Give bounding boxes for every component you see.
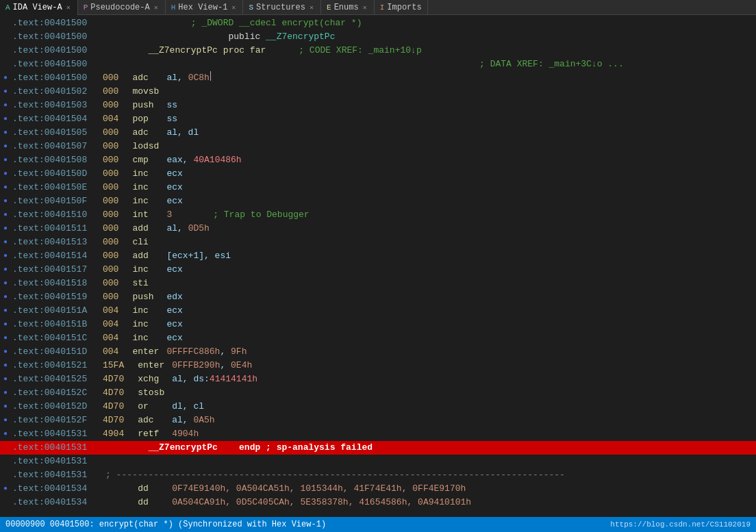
seg: 000 [100, 290, 118, 304]
code-line-8: ● .text:00401504 004 pop ss [0, 112, 756, 126]
addr: .text:00401521 [11, 359, 100, 372]
seg: 000 [100, 126, 118, 140]
bp-dot: ● [0, 71, 11, 85]
operands: ecx [166, 194, 182, 208]
code-line-33: .text:00401531 [0, 455, 756, 468]
seg: 15FA [100, 359, 124, 372]
mnemonic: cli [118, 236, 166, 249]
bp-dot: ● [0, 263, 11, 277]
code-line-13: ● .text:0040150E 000 inc ecx [0, 181, 756, 194]
tab-structures[interactable]: S Structures ✕ [243, 0, 321, 15]
bp-dot: ● [0, 222, 11, 236]
tab-enums[interactable]: E Enums ✕ [321, 0, 375, 15]
addr: .text:00401517 [11, 263, 100, 277]
addr: .text:00401514 [11, 249, 100, 263]
addr: .text:00401503 [11, 99, 100, 112]
tab-hex-view[interactable]: H Hex View-1 ✕ [166, 0, 244, 15]
operands: ecx [166, 304, 182, 318]
code-line-6: ● .text:00401502 000 movsb [0, 85, 756, 99]
bp-dot: ● [0, 99, 11, 112]
bp-dot: ● [0, 140, 11, 153]
main-area: .text:00401500 ; _DWORD __cdecl encrypt(… [0, 15, 756, 532]
tab-close-hex[interactable]: ✕ [230, 3, 237, 12]
operands: 0F74E9140h, 0A504CA51h, 1015344h, 41F74E… [172, 482, 466, 496]
bp-dot: ● [0, 359, 11, 372]
seg: 000 [100, 277, 118, 290]
addr: .text:00401500 [11, 16, 100, 30]
mnemonic: cmp [118, 153, 166, 167]
operands: ecx [166, 331, 182, 345]
addr: .text:00401531 [11, 455, 100, 468]
bp-dot: ● [0, 400, 11, 414]
code-line-highlighted: .text:00401531 __Z7encryptPc endp ; sp-a… [0, 441, 756, 455]
code-line-5: ● .text:00401500 000 adc al, 0C8h [0, 71, 756, 85]
tab-imports[interactable]: I Imports [375, 0, 428, 15]
app-container: A IDA View-A ✕ P Pseudocode-A ✕ H Hex Vi… [0, 0, 756, 532]
addr: .text:0040151B [11, 318, 100, 331]
bp-dot: ● [0, 331, 11, 345]
mnemonic: inc [118, 181, 166, 194]
bp-dot: ● [0, 236, 11, 249]
code-line-14: ● .text:0040150F 000 inc ecx [0, 194, 756, 208]
operands: al, 0A5h [172, 414, 214, 427]
addr: .text:0040152F [11, 414, 100, 427]
tab-label-pseudo: Pseudocode-A [90, 3, 149, 12]
code-view[interactable]: .text:00401500 ; _DWORD __cdecl encrypt(… [0, 15, 756, 517]
bp-dot: ● [0, 304, 11, 318]
operands: 0A504CA91h, 0D5C405CAh, 5E358378h, 41654… [172, 496, 471, 509]
tab-ida-view[interactable]: A IDA View-A ✕ [0, 0, 78, 15]
code-line-23: ● .text:0040151B 004 inc ecx [0, 318, 756, 331]
seg: 000 [100, 181, 118, 194]
addr: .text:00401507 [11, 140, 100, 153]
addr: .text:00401500 [11, 44, 100, 58]
addr: .text:00401508 [11, 153, 100, 167]
code-line-dd1: ● .text:00401534 dd 0F74E9140h, 0A504CA5… [0, 482, 756, 496]
code-line-21: ● .text:00401519 000 push edx [0, 290, 756, 304]
addr: .text:00401500 [11, 58, 100, 71]
tab-label-struct: Structures [256, 3, 305, 12]
separator: ; --------------------------------------… [100, 468, 565, 482]
code-line-20: ● .text:00401518 000 sti [0, 277, 756, 290]
seg: 004 [100, 112, 118, 126]
addr: .text:00401513 [11, 236, 100, 249]
code-line-12: ● .text:0040150D 000 inc ecx [0, 167, 756, 181]
code-line-31: ● .text:00401531 4904 retf 4904h [0, 427, 756, 441]
addr: .text:00401534 [11, 482, 100, 496]
tab-close-ida[interactable]: ✕ [65, 3, 72, 12]
seg: 000 [100, 236, 118, 249]
mnemonic: push [118, 290, 166, 304]
mnemonic: adc [118, 71, 166, 85]
code-line-4: .text:00401500 ; DATA XREF: _main+3C↓o .… [0, 58, 756, 71]
code-line-9: ● .text:00401505 000 adc al, dl [0, 126, 756, 140]
addr: .text:0040151A [11, 304, 100, 318]
mnemonic: add [118, 222, 166, 236]
data-xref-comment: ; DATA XREF: _main+3C↓o ... [100, 58, 624, 71]
operands: 3 [166, 208, 172, 222]
seg: 4D70 [100, 386, 124, 400]
seg: 4D70 [100, 372, 124, 386]
code-line-24: ● .text:0040151C 004 inc ecx [0, 331, 756, 345]
code-line-22: ● .text:0040151A 004 inc ecx [0, 304, 756, 318]
tab-close-pseudo[interactable]: ✕ [153, 3, 160, 12]
mnemonic: xchg [124, 372, 172, 386]
seg: 000 [100, 167, 118, 181]
addr: .text:00401525 [11, 372, 100, 386]
code-line-18: ● .text:00401514 000 add [ecx+1], esi [0, 249, 756, 263]
mnemonic: or [124, 400, 172, 414]
public-label: public __Z7encryptPc [100, 30, 335, 44]
addr: .text:0040152C [11, 386, 100, 400]
bp-dot: ● [0, 482, 11, 496]
addr: .text:0040151D [11, 345, 100, 359]
mnemonic: sti [118, 277, 166, 290]
operands: al, 0C8h [166, 71, 209, 85]
tab-icon-pseudo: P [84, 3, 88, 12]
code-line-7: ● .text:00401503 000 push ss [0, 99, 756, 112]
tab-pseudocode[interactable]: P Pseudocode-A ✕ [78, 0, 166, 15]
operands: ss [166, 112, 177, 126]
mnemonic: enter [124, 359, 172, 372]
code-line-1: .text:00401500 ; _DWORD __cdecl encrypt(… [0, 16, 756, 30]
tab-close-struct[interactable]: ✕ [308, 3, 315, 12]
mnemonic: int [118, 208, 166, 222]
tab-icon-imports: I [380, 3, 385, 12]
tab-close-enums[interactable]: ✕ [362, 3, 368, 12]
